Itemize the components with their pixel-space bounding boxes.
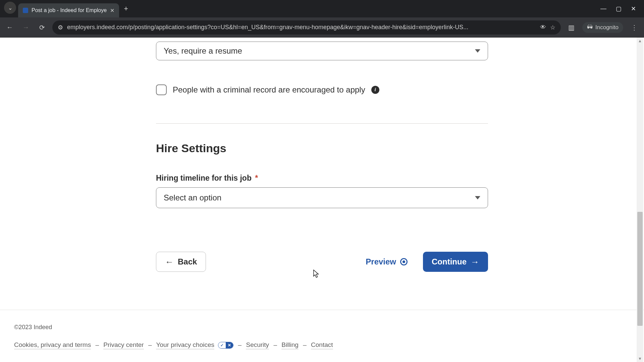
footer-link-privacy-center[interactable]: Privacy center — [103, 341, 144, 349]
scroll-down-icon[interactable]: ▼ — [637, 355, 643, 362]
section-divider — [156, 123, 488, 124]
footer-link-billing[interactable]: Billing — [281, 341, 299, 349]
back-nav-button[interactable]: ← — [4, 22, 15, 33]
eye-icon — [400, 258, 408, 265]
browser-toolbar: ← → ⟳ ⚙ employers.indeed.com/p/posting/a… — [0, 17, 644, 38]
browser-tab[interactable]: Post a job - Indeed for Employe ✕ — [18, 3, 119, 17]
chevron-down-icon: ⌄ — [8, 5, 12, 11]
title-bar: ⌄ Post a job - Indeed for Employe ✕ + — … — [0, 0, 644, 17]
chevron-down-icon — [475, 49, 480, 53]
footer-separator: – — [303, 341, 307, 348]
back-button[interactable]: ← Back — [156, 252, 206, 272]
resume-requirement-select[interactable]: Yes, require a resume — [156, 42, 488, 60]
criminal-record-label: People with a criminal record are encour… — [173, 85, 365, 95]
incognito-indicator[interactable]: 🕶 Incognito — [582, 22, 623, 33]
window-controls: — ▢ ✕ — [600, 5, 641, 12]
eye-off-icon[interactable]: 👁 — [540, 24, 546, 31]
footer-link-contact[interactable]: Contact — [311, 341, 333, 349]
scroll-up-icon[interactable]: ▲ — [637, 38, 643, 44]
hiring-timeline-select[interactable]: Select an option — [156, 187, 488, 208]
bookmark-icon[interactable]: ☆ — [550, 24, 555, 31]
page-viewport: Yes, require a resume People with a crim… — [0, 38, 644, 362]
tab-search-button[interactable]: ⌄ — [4, 2, 16, 14]
kebab-menu-icon[interactable]: ⋮ — [629, 22, 640, 33]
footer-link-security[interactable]: Security — [246, 341, 269, 349]
criminal-record-checkbox[interactable] — [156, 84, 167, 95]
form-button-row: ← Back Preview Continue → — [156, 252, 488, 272]
site-info-icon[interactable]: ⚙ — [58, 24, 63, 31]
incognito-label: Incognito — [595, 24, 619, 31]
required-mark: * — [255, 174, 258, 182]
minimize-icon[interactable]: — — [600, 5, 606, 12]
hiring-timeline-label-text: Hiring timeline for this job — [156, 174, 252, 182]
url-text: employers.indeed.com/p/posting/applicati… — [67, 24, 536, 31]
arrow-right-icon: → — [471, 257, 479, 266]
close-tab-icon[interactable]: ✕ — [110, 7, 114, 14]
maximize-icon[interactable]: ▢ — [616, 5, 622, 12]
footer-links: Cookies, privacy and terms – Privacy cen… — [14, 341, 333, 349]
privacy-choices-icon: ✓✕ — [218, 342, 233, 349]
footer-link-privacy-choices[interactable]: Your privacy choices — [156, 341, 214, 349]
info-icon[interactable]: i — [371, 86, 379, 94]
hire-settings-heading: Hire Settings — [156, 142, 488, 155]
incognito-icon: 🕶 — [587, 24, 593, 31]
footer-link-cookies[interactable]: Cookies, privacy and terms — [14, 341, 91, 349]
continue-button[interactable]: Continue → — [423, 252, 488, 272]
forward-nav-button[interactable]: → — [20, 22, 32, 33]
side-panel-icon[interactable]: ▥ — [566, 22, 577, 33]
reload-button[interactable]: ⟳ — [36, 22, 48, 33]
footer-divider — [0, 310, 644, 310]
footer-separator: – — [95, 341, 99, 348]
hiring-timeline-label: Hiring timeline for this job * — [156, 174, 488, 183]
browser-window: ⌄ Post a job - Indeed for Employe ✕ + — … — [0, 0, 644, 362]
preview-button[interactable]: Preview — [357, 252, 416, 272]
copyright-text: ©2023 Indeed — [14, 324, 52, 331]
scroll-thumb[interactable] — [637, 212, 643, 326]
arrow-left-icon: ← — [165, 257, 174, 266]
hiring-timeline-value: Select an option — [164, 193, 221, 202]
footer-separator: – — [238, 341, 242, 348]
tab-title: Post a job - Indeed for Employe — [32, 7, 107, 13]
vertical-scrollbar[interactable]: ▲ ▼ — [637, 38, 643, 362]
continue-button-label: Continue — [432, 257, 467, 266]
footer-separator: – — [148, 341, 152, 348]
favicon-icon — [23, 8, 28, 13]
new-tab-button[interactable]: + — [119, 4, 133, 13]
close-window-icon[interactable]: ✕ — [631, 5, 636, 12]
criminal-record-checkbox-row: People with a criminal record are encour… — [156, 84, 488, 95]
back-button-label: Back — [178, 257, 197, 266]
address-bar[interactable]: ⚙ employers.indeed.com/p/posting/applica… — [52, 20, 561, 35]
chevron-down-icon — [475, 196, 480, 199]
preview-button-label: Preview — [366, 257, 396, 266]
footer-separator: – — [273, 341, 277, 348]
resume-select-value: Yes, require a resume — [164, 46, 242, 56]
